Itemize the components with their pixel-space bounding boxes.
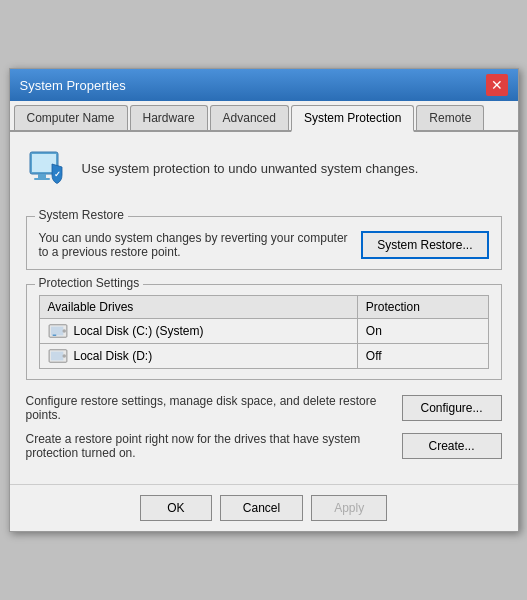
- svg-rect-8: [52, 335, 56, 336]
- drive-d-protection: Off: [357, 344, 488, 369]
- tab-computer-name[interactable]: Computer Name: [14, 105, 128, 130]
- create-section: Create a restore point right now for the…: [26, 432, 502, 460]
- system-drive-icon: [48, 323, 68, 339]
- bottom-bar: OK Cancel Apply: [10, 484, 518, 531]
- restore-description: You can undo system changes by reverting…: [39, 231, 352, 259]
- tab-content: ✓ Use system protection to undo unwanted…: [10, 132, 518, 484]
- ok-button[interactable]: OK: [140, 495, 212, 521]
- drive-c-protection: On: [357, 319, 488, 344]
- drive-d-label: Local Disk (D:): [74, 349, 153, 363]
- tab-system-protection[interactable]: System Protection: [291, 105, 414, 132]
- close-button[interactable]: ✕: [486, 74, 508, 96]
- svg-point-11: [62, 354, 66, 358]
- tab-advanced[interactable]: Advanced: [210, 105, 289, 130]
- title-bar: System Properties ✕: [10, 69, 518, 101]
- apply-button[interactable]: Apply: [311, 495, 387, 521]
- restore-row: You can undo system changes by reverting…: [39, 231, 489, 259]
- system-protection-icon: ✓: [26, 146, 70, 190]
- svg-rect-10: [50, 352, 62, 361]
- system-restore-group: System Restore You can undo system chang…: [26, 216, 502, 270]
- create-button[interactable]: Create...: [402, 433, 502, 459]
- svg-rect-3: [34, 178, 50, 180]
- drive-icon: [48, 348, 68, 364]
- tab-hardware[interactable]: Hardware: [130, 105, 208, 130]
- window-title: System Properties: [20, 78, 126, 93]
- create-description: Create a restore point right now for the…: [26, 432, 392, 460]
- protection-settings-label: Protection Settings: [35, 276, 144, 290]
- configure-description: Configure restore settings, manage disk …: [26, 394, 392, 422]
- svg-rect-6: [50, 327, 62, 336]
- system-restore-button[interactable]: System Restore...: [361, 231, 488, 259]
- drives-table: Available Drives Protection: [39, 295, 489, 369]
- configure-section: Configure restore settings, manage disk …: [26, 394, 502, 422]
- drive-c-label: Local Disk (C:) (System): [74, 324, 204, 338]
- tab-remote[interactable]: Remote: [416, 105, 484, 130]
- system-properties-window: System Properties ✕ Computer Name Hardwa…: [9, 68, 519, 532]
- protection-header: Protection: [357, 296, 488, 319]
- table-row[interactable]: Local Disk (D:) Off: [39, 344, 488, 369]
- svg-text:✓: ✓: [53, 170, 60, 179]
- available-drives-header: Available Drives: [39, 296, 357, 319]
- top-section: ✓ Use system protection to undo unwanted…: [26, 146, 502, 200]
- protection-settings-group: Protection Settings Available Drives Pro…: [26, 284, 502, 380]
- drive-c-cell: Local Disk (C:) (System): [39, 319, 357, 344]
- cancel-button[interactable]: Cancel: [220, 495, 303, 521]
- svg-rect-2: [38, 174, 46, 178]
- tab-bar: Computer Name Hardware Advanced System P…: [10, 101, 518, 132]
- drive-d-cell: Local Disk (D:): [39, 344, 357, 369]
- configure-button[interactable]: Configure...: [402, 395, 502, 421]
- table-row[interactable]: Local Disk (C:) (System) On: [39, 319, 488, 344]
- top-description: Use system protection to undo unwanted s…: [82, 161, 419, 176]
- system-restore-label: System Restore: [35, 208, 128, 222]
- svg-point-7: [62, 329, 66, 333]
